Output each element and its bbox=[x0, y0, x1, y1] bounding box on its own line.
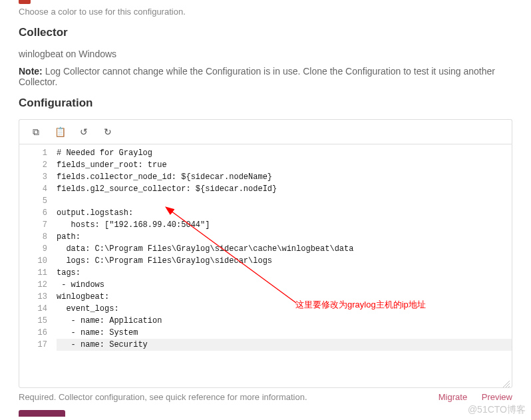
collector-note: Note: Log Collector cannot change while … bbox=[19, 66, 512, 87]
code-line[interactable]: output.logstash: bbox=[57, 207, 512, 219]
color-swatch[interactable] bbox=[19, 0, 31, 4]
paste-icon: 📋 bbox=[55, 126, 66, 137]
code-line[interactable]: fields.collector_node_id: ${sidecar.node… bbox=[57, 171, 512, 183]
editor-gutter: 1234567891011121314151617 bbox=[19, 144, 54, 353]
annotation-text: 这里要修改为graylog主机的ip地址 bbox=[295, 299, 426, 311]
helper-color: Choose a color to use for this configura… bbox=[19, 7, 512, 17]
undo-icon: ↺ bbox=[80, 126, 88, 137]
redo-icon: ↻ bbox=[104, 126, 112, 137]
collector-value: winlogbeat on Windows bbox=[19, 49, 512, 59]
preview-link[interactable]: Preview bbox=[482, 392, 512, 402]
code-line[interactable]: fields_under_root: true bbox=[57, 159, 512, 171]
redo-button[interactable]: ↻ bbox=[96, 124, 119, 140]
undo-button[interactable]: ↺ bbox=[73, 124, 95, 140]
code-line[interactable] bbox=[57, 195, 512, 207]
note-label: Note: bbox=[19, 66, 43, 77]
code-line[interactable]: - name: System bbox=[57, 327, 512, 339]
resize-handle-icon[interactable] bbox=[503, 379, 510, 386]
code-line[interactable]: data: C:\Program Files\Graylog\sidecar\c… bbox=[57, 243, 512, 255]
code-line[interactable]: # Needed for Graylog bbox=[57, 147, 512, 159]
config-editor[interactable]: 1234567891011121314151617 # Needed for G… bbox=[19, 144, 512, 388]
code-line[interactable]: event_logs: bbox=[57, 303, 512, 315]
code-line[interactable]: - name: Security bbox=[57, 339, 512, 351]
code-line[interactable]: tags: bbox=[57, 267, 512, 279]
code-line[interactable]: fields.gl2_source_collector: ${sidecar.n… bbox=[57, 183, 512, 195]
primary-button[interactable] bbox=[19, 410, 65, 417]
code-line[interactable]: logs: C:\Program Files\Graylog\sidecar\l… bbox=[57, 255, 512, 267]
code-line[interactable]: - name: Application bbox=[57, 315, 512, 327]
configuration-heading: Configuration bbox=[19, 97, 512, 110]
note-text: Log Collector cannot change while the Co… bbox=[19, 66, 495, 87]
editor-links: Migrate Preview bbox=[427, 392, 512, 402]
migrate-link[interactable]: Migrate bbox=[439, 392, 467, 402]
required-text: Required. Collector configuration, see q… bbox=[19, 392, 307, 402]
editor-toolbar: ⧉ 📋 ↺ ↻ bbox=[19, 119, 512, 144]
code-line[interactable]: path: bbox=[57, 231, 512, 243]
code-line[interactable]: - windows bbox=[57, 279, 512, 291]
collector-heading: Collector bbox=[19, 26, 512, 39]
copy-icon: ⧉ bbox=[33, 126, 39, 138]
code-line[interactable]: winlogbeat: bbox=[57, 291, 512, 303]
editor-code[interactable]: # Needed for Graylogfields_under_root: t… bbox=[54, 144, 512, 353]
paste-button[interactable]: 📋 bbox=[49, 124, 71, 140]
copy-button[interactable]: ⧉ bbox=[25, 124, 47, 140]
code-line[interactable]: hosts: ["192.168.99.40:5044"] bbox=[57, 219, 512, 231]
